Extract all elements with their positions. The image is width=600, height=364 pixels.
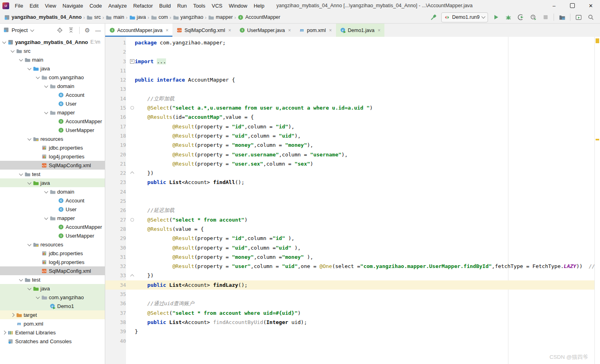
close-icon[interactable]: × [288, 28, 291, 33]
line-number[interactable]: 22 [105, 168, 129, 178]
menu-tools[interactable]: Tools [190, 0, 208, 11]
error-stripe-mark[interactable] [596, 139, 599, 140]
hide-button[interactable]: — [95, 28, 101, 33]
menu-view[interactable]: View [42, 0, 59, 11]
close-button[interactable]: ✕ [582, 0, 600, 11]
fold-expand-icon[interactable]: + [130, 59, 134, 64]
code-line-39[interactable]: 39} [105, 327, 600, 336]
line-number[interactable]: 33 [105, 271, 129, 280]
code-line-38[interactable]: 38 public List<Account> findAccountByUid… [105, 318, 600, 327]
tree-item-User[interactable]: cUser [0, 99, 105, 108]
line-number[interactable]: 20 [105, 150, 129, 159]
chevron-expanded-icon[interactable] [44, 216, 48, 220]
tree-item-mapper[interactable]: mapper [0, 214, 105, 222]
line-number[interactable]: 13 [105, 84, 129, 94]
tree-item-target[interactable]: target [0, 310, 105, 319]
code-line-23[interactable]: 23 public List<Account> findAll(); [105, 178, 600, 187]
breadcrumb-item-yangzihao[interactable]: yangzihao [172, 14, 204, 20]
fold-collapse-icon[interactable] [130, 274, 134, 278]
close-icon[interactable]: × [378, 28, 380, 33]
breadcrumb-item-mapper[interactable]: mapper [207, 14, 233, 20]
locate-button[interactable] [57, 27, 63, 33]
chevron-expanded-icon[interactable] [28, 66, 32, 70]
line-number[interactable]: 24 [105, 187, 129, 196]
error-stripe-mark[interactable] [596, 38, 599, 43]
tree-item-Account[interactable]: cAccount [0, 196, 105, 205]
tab-Demo1.java[interactable]: cDemo1.java× [336, 24, 385, 37]
chevron-expanded-icon[interactable] [2, 40, 6, 44]
line-number[interactable]: 2 [105, 47, 129, 56]
chevron-expanded-icon[interactable] [28, 242, 32, 246]
line-number[interactable]: 34 [105, 280, 129, 290]
line-number[interactable]: 15 [105, 103, 129, 112]
code-line-19[interactable]: 19 @Result(property = "money",column = "… [105, 140, 600, 150]
chevron-expanded-icon[interactable] [44, 189, 48, 193]
code-line-29[interactable]: 29 @Result(property = "id",column ="id" … [105, 234, 600, 243]
breadcrumb-item-com[interactable]: com [150, 14, 169, 20]
line-number[interactable]: 23 [105, 178, 129, 187]
chevron-expanded-icon[interactable] [11, 48, 15, 52]
run-button[interactable] [492, 13, 500, 22]
line-number[interactable]: 40 [105, 336, 129, 346]
close-icon[interactable]: × [166, 28, 168, 33]
line-number[interactable]: 14 [105, 94, 129, 103]
line-number[interactable]: 27 [105, 215, 129, 224]
breadcrumb-item-main[interactable]: main [105, 14, 125, 20]
menu-file[interactable]: File [12, 0, 26, 11]
tree-item-yangzihao_mybatis_04_Anno[interactable]: yangzihao_mybatis_04_AnnoE:\m [0, 38, 105, 46]
maximize-button[interactable] [563, 0, 582, 11]
profiler-button[interactable] [529, 13, 538, 22]
menu-help[interactable]: Help [250, 0, 268, 11]
tree-item-com.yangzihao[interactable]: com.yangzihao [0, 73, 105, 82]
code-line-25[interactable]: 25 [105, 196, 600, 206]
close-icon[interactable]: × [329, 28, 332, 33]
menu-build[interactable]: Build [156, 0, 174, 11]
collapse-all-button[interactable] [68, 27, 74, 33]
tree-item-SqlMapConfig.xml[interactable]: </>SqlMapConfig.xml [0, 161, 105, 170]
tree-item-java[interactable]: java [0, 178, 105, 187]
menu-navigate[interactable]: Navigate [59, 0, 86, 11]
breadcrumb-item-AccountMapper[interactable]: IAccountMapper [237, 14, 281, 20]
line-number[interactable]: 25 [105, 196, 129, 206]
tree-item-src[interactable]: src [0, 46, 105, 55]
line-number[interactable]: 16 [105, 112, 129, 122]
menu-code[interactable]: Code [86, 0, 105, 11]
tree-item-Demo1[interactable]: cDemo1 [0, 302, 105, 310]
tree-item-External-Libraries[interactable]: External Libraries [0, 328, 105, 337]
line-number[interactable]: 37 [105, 308, 129, 318]
code-line-36[interactable]: 36 //通过uid查询账户 [105, 299, 600, 308]
tree-item-com.yangzihao[interactable]: com.yangzihao [0, 293, 105, 302]
tab-SqlMapConfig.xml[interactable]: </>SqlMapConfig.xml× [172, 24, 235, 37]
code-line-28[interactable]: 28 @Results(value = { [105, 224, 600, 234]
line-number[interactable]: 3 [105, 57, 129, 66]
tree-item-AccountMapper[interactable]: IAccountMapper [0, 222, 105, 231]
tree-item-domain[interactable]: domain [0, 187, 105, 196]
code-line-31[interactable]: 31 @Result(property = "money",column ="m… [105, 252, 600, 262]
code-line-24[interactable]: 24 [105, 187, 600, 196]
code-line-37[interactable]: 37 @Select("select * from account where … [105, 308, 600, 318]
code-line-33[interactable]: 33 }) [105, 271, 600, 280]
tree-item-test[interactable]: test [0, 275, 105, 284]
code-line-26[interactable]: 26 //延迟加载 [105, 206, 600, 215]
code-line-15[interactable]: 15 @Select("select a.*,u.username from u… [105, 103, 600, 112]
tree-item-jdbc.properties[interactable]: jdbc.properties [0, 249, 105, 258]
menu-refactor[interactable]: Refactor [130, 0, 156, 11]
code-line-16[interactable]: 16 @Results(id="accountMap",value = { [105, 112, 600, 122]
chevron-expanded-icon[interactable] [19, 277, 23, 281]
line-number[interactable]: 36 [105, 299, 129, 308]
tab-AccountMapper.java[interactable]: IAccountMapper.java× [105, 24, 172, 37]
menu-analyze[interactable]: Analyze [105, 0, 130, 11]
code-line-3[interactable]: 3+import ... [105, 57, 600, 66]
menu-vcs[interactable]: VCS [208, 0, 226, 11]
tree-item-log4j.properties[interactable]: log4j.properties [0, 258, 105, 266]
line-number[interactable]: 30 [105, 243, 129, 252]
line-number[interactable]: 29 [105, 234, 129, 243]
chevron-expanded-icon[interactable] [28, 180, 32, 184]
menu-edit[interactable]: Edit [26, 0, 42, 11]
code-line-21[interactable]: 21 @Result(property = "user.sex",column … [105, 159, 600, 168]
code-line-12[interactable]: 12public interface AccountMapper { [105, 75, 600, 84]
tree-item-main[interactable]: main [0, 55, 105, 64]
line-number[interactable]: 28 [105, 224, 129, 234]
breadcrumb-item-yangzihao_mybatis_04_Anno[interactable]: yangzihao_mybatis_04_Anno [3, 14, 82, 20]
line-number[interactable]: 39 [105, 327, 129, 336]
